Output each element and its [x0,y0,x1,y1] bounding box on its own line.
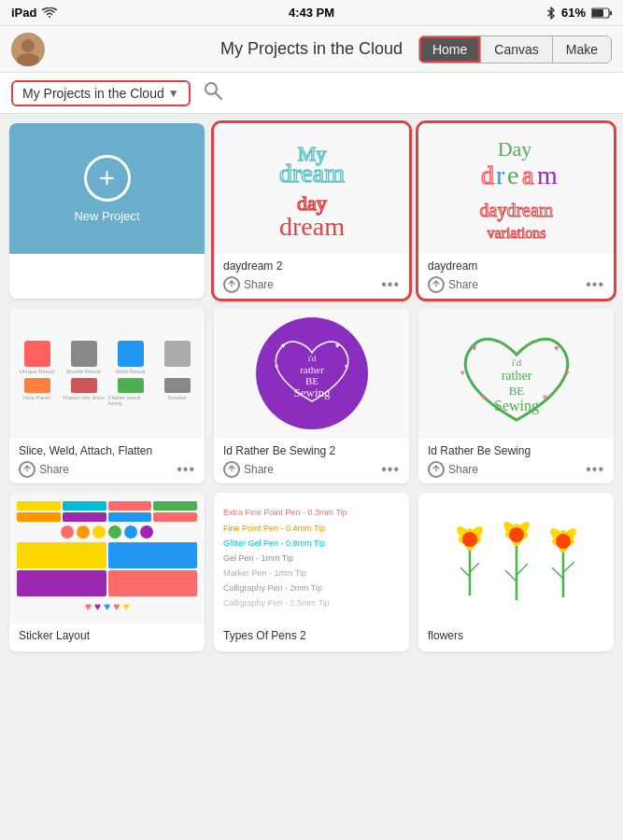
flowers-card[interactable]: flowers [418,493,614,651]
sewing-actions: Share ••• [428,461,604,478]
svg-line-56 [563,562,574,572]
svg-line-7 [216,93,221,99]
daydream-share-button[interactable]: Share [428,276,478,293]
nav-buttons: Home Canvas Make [418,35,612,63]
svg-text:i'd: i'd [511,357,521,368]
svg-text:d: d [481,161,494,189]
svg-text:daydream: daydream [479,200,553,221]
flowers-art [442,493,591,623]
svg-text:e: e [507,161,518,189]
pens-image: Extra Fine Point Pen - 0.3mm Tip Fine Po… [214,493,409,623]
share-label: Share [448,463,478,476]
svg-text:♥: ♥ [565,369,570,377]
daydream2-image: My dream day dream [214,123,409,254]
sewing-image: ♥ ♥ ♥ ♥ ♥ ♥ i'd rather BE Sewing [418,308,614,439]
daydream-footer: daydream Share ••• [418,254,614,299]
sewing-green-art: ♥ ♥ ♥ ♥ ♥ ♥ i'd rather BE Sewing [442,308,591,439]
svg-text:♥: ♥ [281,342,286,350]
slice-weld-title: Slice, Weld, Attach, Flatten [19,444,195,457]
sewing-share-button[interactable]: Share [428,461,478,478]
daydream-card[interactable]: Day d r e a m daydream variations daydre… [418,123,614,299]
sticker-footer: Sticker Layout [9,623,205,651]
slice-weld-more-button[interactable]: ••• [177,461,195,478]
canvas-button[interactable]: Canvas [481,36,552,63]
share-icon [223,461,240,478]
share-icon [19,461,35,478]
new-project-plus-icon: + [84,155,131,202]
daydream-actions: Share ••• [428,276,604,293]
pens-footer: Types Of Pens 2 [214,623,409,651]
share-icon [223,276,240,293]
daydream2-title: daydream 2 [223,259,400,273]
sewing2-footer: Id Rather Be Sewing 2 Share ••• [214,439,409,483]
svg-text:m: m [537,161,558,189]
slice-weld-share-button[interactable]: Share [19,461,69,478]
svg-point-45 [462,532,477,547]
avatar[interactable] [11,33,45,66]
svg-line-47 [505,570,517,581]
sewing2-more-button[interactable]: ••• [381,461,400,478]
daydream2-card[interactable]: My dream day dream daydream 2 Share [214,123,409,299]
svg-text:BE: BE [508,384,524,398]
sewing2-share-button[interactable]: Share [223,461,274,478]
sewing-card[interactable]: ♥ ♥ ♥ ♥ ♥ ♥ i'd rather BE Sewing Id Rath… [418,308,614,483]
status-bar: iPad 4:43 PM 61% [0,0,623,26]
projects-dropdown[interactable]: My Projects in the Cloud ▼ [11,80,191,106]
sewing2-image: ♥ ♥ ♥ ♥ i'd rather BE Sewing [214,308,409,439]
make-button[interactable]: Make [553,36,611,63]
svg-text:♥: ♥ [460,369,465,377]
pens-card[interactable]: Extra Fine Point Pen - 0.3mm Tip Fine Po… [214,493,409,651]
nav-bar: My Projects in the Cloud Home Canvas Mak… [0,26,623,73]
status-time: 4:43 PM [289,6,334,20]
share-label: Share [448,278,478,291]
search-button[interactable] [200,77,226,108]
daydream2-more-button[interactable]: ••• [381,276,400,293]
svg-text:i'd: i'd [307,354,316,363]
svg-point-53 [509,527,524,542]
sticker-title: Sticker Layout [19,629,195,642]
sticker-image: ♥ ♥ ♥ ♥ ♥ [9,493,205,623]
svg-text:♥: ♥ [335,342,340,350]
daydream2-share-button[interactable]: Share [223,276,274,293]
daydream2-footer: daydream 2 Share ••• [214,254,409,299]
svg-text:♥: ♥ [543,393,547,401]
carrier-label: iPad [11,6,36,20]
svg-text:Sewing: Sewing [494,398,539,414]
flowers-image [418,493,614,623]
share-label: Share [244,278,274,291]
svg-text:a: a [522,161,534,189]
slice-weld-actions: Share ••• [19,461,195,478]
sticker-card[interactable]: ♥ ♥ ♥ ♥ ♥ Sticker Layout [9,493,205,651]
sewing-more-button[interactable]: ••• [586,461,604,478]
daydream-more-button[interactable]: ••• [586,276,604,293]
home-button[interactable]: Home [419,36,481,63]
svg-text:r: r [496,161,505,189]
pens-title: Types Of Pens 2 [223,629,400,642]
sewing2-card[interactable]: ♥ ♥ ♥ ♥ i'd rather BE Sewing Id Rather B… [214,308,409,483]
projects-container: + New Project My dream day dream daydrea… [0,114,623,661]
new-project-card[interactable]: + New Project [9,123,205,299]
svg-text:dream: dream [279,212,345,241]
new-project-image: + New Project [9,123,205,254]
flowers-footer: flowers [418,623,614,651]
share-icon [428,276,445,293]
battery-percent: 61% [561,6,586,20]
svg-text:♥: ♥ [481,393,486,401]
sewing-purple-circle: ♥ ♥ ♥ ♥ i'd rather BE Sewing [256,317,368,429]
daydream-image: Day d r e a m daydream variations [418,123,614,254]
slice-weld-card[interactable]: Unique Result Bowtie Result Weld Result [9,308,205,483]
share-label: Share [244,463,274,476]
sewing-footer: Id Rather Be Sewing Share ••• [418,439,614,483]
svg-point-4 [21,39,35,52]
chevron-down-icon: ▼ [168,87,179,100]
projects-grid: + New Project My dream day dream daydrea… [9,123,614,651]
share-icon [428,461,445,478]
daydream2-actions: Share ••• [223,276,400,293]
svg-text:♥: ♥ [472,343,476,353]
svg-line-48 [517,564,528,575]
sewing2-actions: Share ••• [223,461,400,478]
nav-title: My Projects in the Cloud [220,39,403,59]
svg-text:Day: Day [497,137,531,161]
flowers-title: flowers [428,629,604,642]
svg-text:variations: variations [487,225,545,241]
